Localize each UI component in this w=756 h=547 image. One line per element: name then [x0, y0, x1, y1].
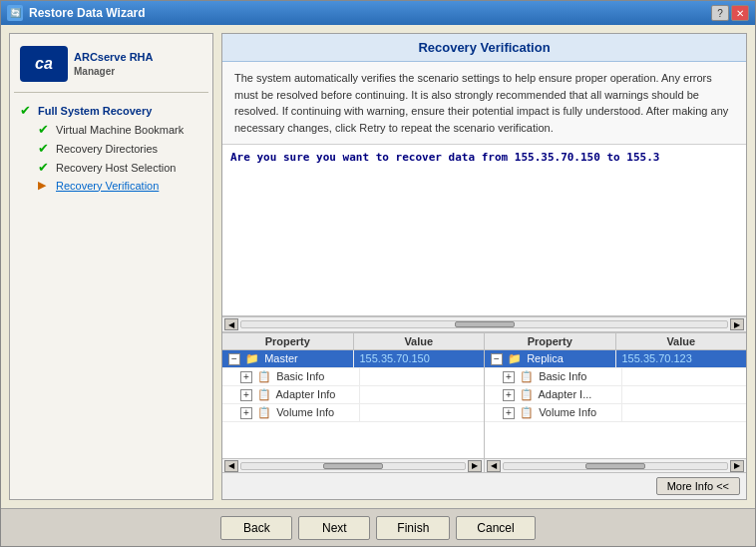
check-icon-3: ✔	[38, 160, 52, 175]
expand-icon-r-adapter[interactable]: +	[503, 389, 515, 401]
left-scroll-right[interactable]: ▶	[468, 460, 482, 472]
table-row[interactable]: − 📁 Replica 155.35.70.123	[485, 350, 746, 368]
right-scroll-right[interactable]: ▶	[730, 460, 744, 472]
left-volume-info-value	[360, 404, 485, 421]
next-button[interactable]: Next	[298, 516, 370, 540]
right-scroll-thumb[interactable]	[585, 463, 645, 469]
more-info-row: More Info <<	[222, 472, 746, 499]
right-replica-value: 155.35.70.123	[616, 350, 747, 367]
panel-title: Recovery Verification	[222, 34, 746, 62]
folder-icon-basic: 📋	[257, 370, 271, 383]
left-scroll-track[interactable]	[240, 462, 466, 470]
expand-icon-r-basic[interactable]: +	[503, 371, 515, 383]
r-volume-info-text: Volume Info	[539, 406, 596, 418]
master-text: Master	[264, 352, 298, 364]
manager-text: Manager	[74, 65, 153, 78]
adapter-info-text: Adapter Info	[276, 388, 336, 400]
right-scroll-track[interactable]	[503, 462, 728, 470]
left-adapter-info-label: + 📋 Adapter Info	[222, 386, 360, 403]
expand-icon-r-volume[interactable]: +	[503, 407, 515, 419]
main-window: 🔄 Restore Data Wizard ? ✕ ca ARCserve RH…	[0, 0, 756, 547]
close-button[interactable]: ✕	[731, 5, 749, 21]
help-button[interactable]: ?	[711, 5, 729, 21]
sidebar-label-4: Recovery Verification	[56, 180, 159, 192]
finish-button[interactable]: Finish	[376, 516, 450, 540]
left-adapter-info-value	[360, 386, 485, 403]
right-col1-header: Property	[485, 333, 616, 349]
right-table-body: − 📁 Replica 155.35.70.123 + 📋 Basic	[485, 350, 746, 458]
right-basic-info-label: + 📋 Basic Info	[485, 368, 622, 385]
sidebar: ca ARCserve RHA Manager ✔ Full System Re…	[9, 33, 213, 500]
table-row[interactable]: + 📋 Volume Info	[485, 404, 746, 422]
scroll-left-btn[interactable]: ◀	[224, 318, 238, 330]
left-basic-info-value	[360, 368, 485, 385]
expand-icon-replica[interactable]: −	[491, 353, 503, 365]
recovery-question-text: Are you sure you want to recover data fr…	[230, 151, 659, 164]
sidebar-header: ca ARCserve RHA Manager	[14, 42, 208, 86]
check-icon-main: ✔	[20, 103, 34, 118]
replica-text: Replica	[527, 352, 564, 364]
folder-icon-adapter: 📋	[257, 388, 271, 401]
content-area: ca ARCserve RHA Manager ✔ Full System Re…	[1, 25, 755, 508]
folder-icon-r-volume: 📋	[520, 406, 534, 419]
scroll-right-btn[interactable]: ▶	[730, 318, 744, 330]
tables-section: Property Value − 📁 Master 155.35.70.150	[222, 332, 746, 472]
main-horizontal-scrollbar[interactable]: ◀ ▶	[222, 316, 746, 332]
more-info-button[interactable]: More Info <<	[656, 477, 740, 495]
folder-icon-replica: 📁	[508, 352, 522, 365]
right-table-header: Property Value	[485, 333, 746, 350]
expand-icon[interactable]: −	[228, 353, 240, 365]
sidebar-item-full-system-recovery[interactable]: ✔ Full System Recovery	[14, 101, 208, 120]
bottom-bar: Back Next Finish Cancel	[1, 508, 755, 546]
right-table-h-scroll[interactable]: ◀ ▶	[485, 458, 746, 472]
title-bar: 🔄 Restore Data Wizard ? ✕	[1, 1, 755, 25]
title-bar-left: 🔄 Restore Data Wizard	[7, 5, 146, 21]
left-basic-info-label: + 📋 Basic Info	[222, 368, 360, 385]
sidebar-label-2: Recovery Directories	[56, 143, 158, 155]
sidebar-item-recovery-host-selection[interactable]: ✔ Recovery Host Selection	[32, 158, 208, 177]
sidebar-item-recovery-directories[interactable]: ✔ Recovery Directories	[32, 139, 208, 158]
cancel-button[interactable]: Cancel	[456, 516, 535, 540]
left-scroll-thumb[interactable]	[323, 463, 383, 469]
left-master-label: − 📁 Master	[222, 350, 354, 367]
table-row[interactable]: − 📁 Master 155.35.70.150	[222, 350, 484, 368]
check-icon-1: ✔	[38, 122, 52, 137]
table-row[interactable]: + 📋 Adapter I...	[485, 386, 746, 404]
scroll-thumb[interactable]	[455, 321, 515, 327]
ca-logo-text: ARCserve RHA Manager	[74, 50, 153, 77]
right-adapter-info-label: + 📋 Adapter I...	[485, 386, 622, 403]
scroll-track[interactable]	[240, 320, 728, 328]
expand-icon-volume[interactable]: +	[240, 407, 252, 419]
expand-icon-adapter[interactable]: +	[240, 389, 252, 401]
folder-icon-r-basic: 📋	[520, 370, 534, 383]
expand-icon-basic[interactable]: +	[240, 371, 252, 383]
left-table-body: − 📁 Master 155.35.70.150 + 📋 Basic	[222, 350, 484, 458]
sidebar-item-recovery-verification[interactable]: ▶ Recovery Verification	[32, 177, 208, 194]
right-replica-label: − 📁 Replica	[485, 350, 616, 367]
table-row[interactable]: + 📋 Basic Info	[485, 368, 746, 386]
sidebar-sub-items: ✔ Virtual Machine Bookmark ✔ Recovery Di…	[14, 120, 208, 194]
window-title: Restore Data Wizard	[29, 6, 146, 20]
left-scroll-left[interactable]: ◀	[224, 460, 238, 472]
folder-icon-r-adapter: 📋	[520, 388, 534, 401]
right-table-panel: Property Value − 📁 Replica 155.35.70.123	[485, 333, 746, 472]
table-row[interactable]: + 📋 Basic Info	[222, 368, 484, 386]
right-basic-info-value	[622, 368, 747, 385]
table-row[interactable]: + 📋 Adapter Info	[222, 386, 484, 404]
sidebar-divider	[14, 92, 208, 93]
ca-logo: ca	[20, 46, 68, 82]
back-button[interactable]: Back	[220, 516, 292, 540]
panel-description: The system automatically verifies the sc…	[222, 62, 746, 145]
basic-info-text: Basic Info	[276, 370, 324, 382]
volume-info-text: Volume Info	[276, 406, 334, 418]
right-scroll-left[interactable]: ◀	[487, 460, 501, 472]
sidebar-item-virtual-machine-bookmark[interactable]: ✔ Virtual Machine Bookmark	[32, 120, 208, 139]
sidebar-label-1: Virtual Machine Bookmark	[56, 124, 184, 136]
left-master-value: 155.35.70.150	[354, 350, 485, 367]
left-volume-info-label: + 📋 Volume Info	[222, 404, 360, 421]
left-table-h-scroll[interactable]: ◀ ▶	[222, 458, 484, 472]
r-basic-info-text: Basic Info	[539, 370, 586, 382]
right-volume-info-label: + 📋 Volume Info	[485, 404, 622, 421]
r-adapter-info-text: Adapter I...	[539, 388, 592, 400]
table-row[interactable]: + 📋 Volume Info	[222, 404, 484, 422]
